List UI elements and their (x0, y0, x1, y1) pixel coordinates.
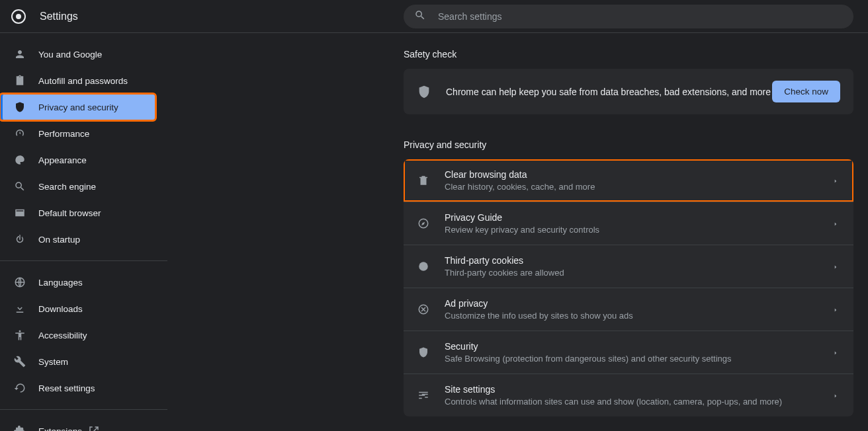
check-now-button[interactable]: Check now (772, 81, 840, 102)
row-title: Ad privacy (445, 298, 832, 309)
chevron-right-icon (832, 219, 840, 227)
person-icon (13, 48, 26, 61)
row-subtitle: Safe Browsing (protection from dangerous… (445, 354, 832, 364)
row-third-party-cookies[interactable]: Third-party cookies Third-party cookies … (404, 245, 853, 288)
sidebar-item-label: Default browser (38, 208, 101, 218)
chevron-right-icon (832, 176, 840, 184)
row-subtitle: Third-party cookies are allowed (445, 268, 832, 278)
sidebar-divider (0, 409, 167, 410)
sidebar-item-downloads[interactable]: Downloads (0, 295, 155, 322)
sidebar-item-label: Extensions (38, 426, 82, 432)
row-subtitle: Clear history, cookies, cache, and more (445, 182, 832, 192)
ad-icon (417, 303, 430, 316)
sidebar-divider (0, 260, 167, 261)
sidebar-item-reset[interactable]: Reset settings (0, 375, 155, 401)
row-security[interactable]: Security Safe Browsing (protection from … (404, 331, 853, 373)
main-content: Safety check Chrome can help keep you sa… (168, 33, 868, 431)
chevron-right-icon (832, 305, 840, 313)
search-input[interactable] (438, 11, 843, 22)
sidebar-item-label: Search engine (38, 182, 96, 192)
download-icon (13, 302, 26, 315)
sidebar-item-default-browser[interactable]: Default browser (0, 200, 155, 226)
search-engine-icon (13, 180, 26, 193)
trash-icon (417, 174, 430, 187)
row-title: Clear browsing data (445, 169, 832, 180)
compass-icon (417, 217, 430, 230)
row-site-settings[interactable]: Site settings Controls what information … (404, 373, 853, 416)
open-in-new-icon (87, 424, 101, 431)
sidebar-item-label: Privacy and security (38, 102, 118, 112)
row-subtitle: Review key privacy and security controls (445, 225, 832, 235)
search-icon (414, 9, 438, 23)
globe-icon (13, 276, 26, 289)
row-privacy-guide[interactable]: Privacy Guide Review key privacy and sec… (404, 202, 853, 245)
safety-message: Chrome can help keep you safe from data … (446, 87, 772, 97)
row-subtitle: Controls what information sites can use … (445, 397, 832, 407)
sidebar-item-system[interactable]: System (0, 348, 155, 375)
tune-icon (417, 389, 430, 402)
sidebar-item-autofill[interactable]: Autofill and passwords (0, 67, 155, 94)
speedometer-icon (13, 127, 26, 140)
sidebar-item-languages[interactable]: Languages (0, 269, 155, 295)
row-clear-browsing-data[interactable]: Clear browsing data Clear history, cooki… (404, 159, 853, 202)
shield-icon (13, 100, 26, 114)
topbar: Settings (0, 0, 868, 33)
sidebar-item-privacy[interactable]: Privacy and security (0, 94, 155, 120)
chevron-right-icon (832, 262, 840, 270)
shield-check-icon (417, 85, 431, 99)
row-title: Third-party cookies (445, 255, 832, 266)
sidebar: You and Google Autofill and passwords Pr… (0, 33, 168, 431)
extension-icon (13, 424, 26, 431)
sidebar-item-startup[interactable]: On startup (0, 226, 155, 253)
sidebar-item-you-google[interactable]: You and Google (0, 41, 155, 67)
row-subtitle: Customize the info used by sites to show… (445, 311, 832, 321)
sidebar-item-label: Performance (38, 129, 89, 139)
row-title: Site settings (445, 384, 832, 395)
safety-section-title: Safety check (404, 49, 853, 59)
power-icon (13, 233, 26, 246)
svg-point-4 (419, 262, 428, 271)
chevron-right-icon (832, 348, 840, 356)
sidebar-item-label: Reset settings (38, 383, 95, 393)
privacy-list: Clear browsing data Clear history, cooki… (404, 159, 853, 416)
restore-icon (13, 381, 26, 395)
wrench-icon (13, 355, 26, 368)
shield-icon (417, 346, 430, 359)
sidebar-item-search-engine[interactable]: Search engine (0, 173, 155, 200)
privacy-section-title: Privacy and security (404, 139, 853, 150)
chevron-right-icon (832, 391, 840, 399)
chrome-logo-icon (11, 9, 26, 24)
row-title: Privacy Guide (445, 212, 832, 223)
sidebar-item-label: Downloads (38, 304, 83, 314)
browser-icon (13, 206, 26, 219)
sidebar-item-extensions[interactable]: Extensions (0, 418, 155, 431)
sidebar-item-performance[interactable]: Performance (0, 120, 155, 147)
sidebar-item-label: On startup (38, 235, 80, 245)
safety-check-card: Chrome can help keep you safe from data … (404, 69, 853, 114)
page-title: Settings (40, 11, 78, 22)
sidebar-item-label: You and Google (38, 50, 102, 59)
svg-point-1 (16, 14, 21, 19)
row-title: Security (445, 341, 832, 352)
sidebar-item-appearance[interactable]: Appearance (0, 147, 155, 173)
sidebar-item-label: System (38, 357, 68, 367)
sidebar-item-label: Appearance (38, 155, 87, 165)
sidebar-item-accessibility[interactable]: Accessibility (0, 322, 155, 348)
sidebar-item-label: Languages (38, 278, 83, 288)
search-box[interactable] (404, 5, 853, 28)
sidebar-item-label: Accessibility (38, 331, 87, 340)
row-ad-privacy[interactable]: Ad privacy Customize the info used by si… (404, 288, 853, 331)
sidebar-item-label: Autofill and passwords (38, 76, 128, 86)
clipboard-icon (13, 74, 26, 87)
cookie-icon (417, 260, 430, 273)
palette-icon (13, 153, 26, 167)
accessibility-icon (13, 329, 26, 342)
